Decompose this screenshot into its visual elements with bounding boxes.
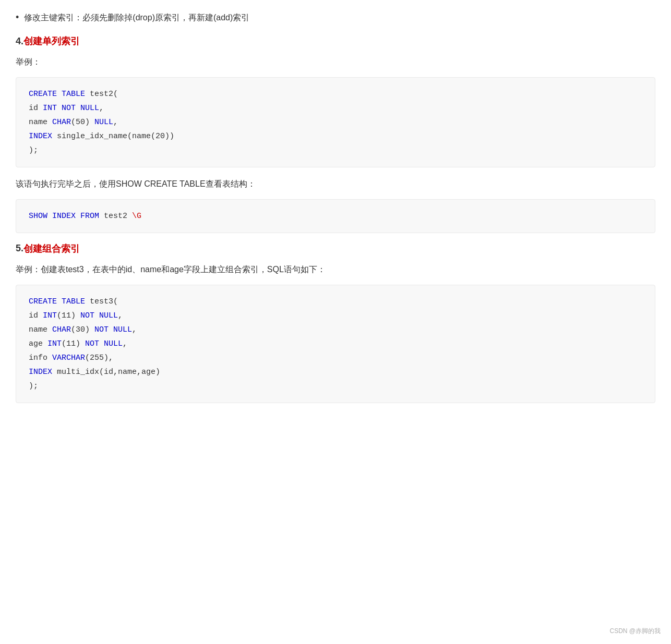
code-token: , <box>132 325 137 334</box>
code-token: VARCHAR <box>52 354 85 362</box>
code-token <box>76 104 80 113</box>
bullet-text: 修改主键索引：必须先删除掉(drop)原索引，再新建(add)索引 <box>24 10 249 25</box>
code-token: NULL <box>113 325 132 334</box>
section4-intro: 举例： <box>16 55 655 70</box>
code-token: test2( <box>85 90 118 99</box>
code-token: multi_idx(id,name,age) <box>52 368 160 376</box>
code-token: INT <box>43 311 57 320</box>
code-token: CREATE <box>29 90 57 99</box>
code-token: CREATE <box>29 297 57 306</box>
code-token: NOT <box>80 311 94 320</box>
code-token: info <box>29 354 52 362</box>
section5-title: 创建组合索引 <box>23 242 80 255</box>
code-line: INDEX single_idx_name(name(20)) <box>29 129 642 143</box>
code-token: CHAR <box>52 325 71 334</box>
code-token <box>57 297 62 306</box>
section5-code1: CREATE TABLE test3(id INT(11) NOT NULL,n… <box>16 285 655 403</box>
code-token: name <box>29 325 52 334</box>
code-line: ); <box>29 143 642 157</box>
code-token: TABLE <box>62 90 85 99</box>
code-token <box>99 339 104 348</box>
code-token: TABLE <box>62 297 85 306</box>
code-token: NULL <box>80 104 99 113</box>
code-token: ); <box>29 146 38 155</box>
code-line: CREATE TABLE test2( <box>29 87 642 101</box>
code-token <box>57 90 62 99</box>
code-token <box>57 104 62 113</box>
code-token: NOT <box>85 339 99 348</box>
section4-number: 4. <box>16 36 23 47</box>
code-token: NULL <box>99 311 118 320</box>
code-token <box>47 212 52 221</box>
code-line: id INT NOT NULL, <box>29 101 642 115</box>
code-token: INDEX <box>29 368 52 376</box>
code-token: NOT <box>94 325 109 334</box>
code-token: id <box>29 311 43 320</box>
code-token <box>76 212 80 221</box>
section4-title: 创建单列索引 <box>23 35 80 47</box>
code-token: SHOW <box>29 212 47 221</box>
code-token: (255), <box>85 354 113 362</box>
code-line: info VARCHAR(255), <box>29 351 642 365</box>
section4-code1: CREATE TABLE test2(id INT NOT NULL,name … <box>16 77 655 167</box>
code-token: FROM <box>80 212 99 221</box>
code-token: , <box>118 311 123 320</box>
bullet-dot: • <box>16 10 19 25</box>
code-line: CREATE TABLE test3( <box>29 295 642 309</box>
code-token <box>94 311 99 320</box>
code-token: (30) <box>71 325 94 334</box>
code-token: INT <box>43 104 57 113</box>
code-line: id INT(11) NOT NULL, <box>29 309 642 323</box>
code-token: NULL <box>104 339 123 348</box>
bullet-item: • 修改主键索引：必须先删除掉(drop)原索引，再新建(add)索引 <box>16 10 655 25</box>
code-token: INDEX <box>52 212 76 221</box>
code-line: SHOW INDEX FROM test2 \G <box>29 209 642 223</box>
code-token: INT <box>47 339 62 348</box>
section4-middle-text: 该语句执行完毕之后，使用SHOW CREATE TABLE查看表结构： <box>16 177 655 192</box>
section5-number: 5. <box>16 243 23 254</box>
code-token: age <box>29 339 47 348</box>
section5-heading: 5. 创建组合索引 <box>16 242 655 255</box>
code-line: name CHAR(30) NOT NULL, <box>29 323 642 337</box>
code-line: ); <box>29 379 642 393</box>
code-token: \G <box>132 212 141 221</box>
code-line: age INT(11) NOT NULL, <box>29 337 642 351</box>
code-token: NOT <box>62 104 76 113</box>
code-token: test3( <box>85 297 118 306</box>
section5-intro: 举例：创建表test3，在表中的id、name和age字段上建立组合索引，SQL… <box>16 262 655 277</box>
code-token: ); <box>29 382 38 391</box>
code-token: , <box>99 104 104 113</box>
code-line: name CHAR(50) NULL, <box>29 115 642 129</box>
code-token: , <box>123 339 127 348</box>
code-token: name <box>29 118 52 127</box>
section4-code2: SHOW INDEX FROM test2 \G <box>16 199 655 233</box>
code-token: , <box>113 118 118 127</box>
code-token: single_idx_name(name(20)) <box>52 132 174 141</box>
code-token <box>109 325 113 334</box>
code-token: test2 <box>99 212 132 221</box>
code-token: CHAR <box>52 118 71 127</box>
code-token: (50) <box>71 118 94 127</box>
code-token: NULL <box>94 118 113 127</box>
code-token: (11) <box>62 339 85 348</box>
code-token: id <box>29 104 43 113</box>
section4-heading: 4. 创建单列索引 <box>16 35 655 47</box>
code-line: INDEX multi_idx(id,name,age) <box>29 365 642 379</box>
code-token: INDEX <box>29 132 52 141</box>
code-token: (11) <box>57 311 80 320</box>
